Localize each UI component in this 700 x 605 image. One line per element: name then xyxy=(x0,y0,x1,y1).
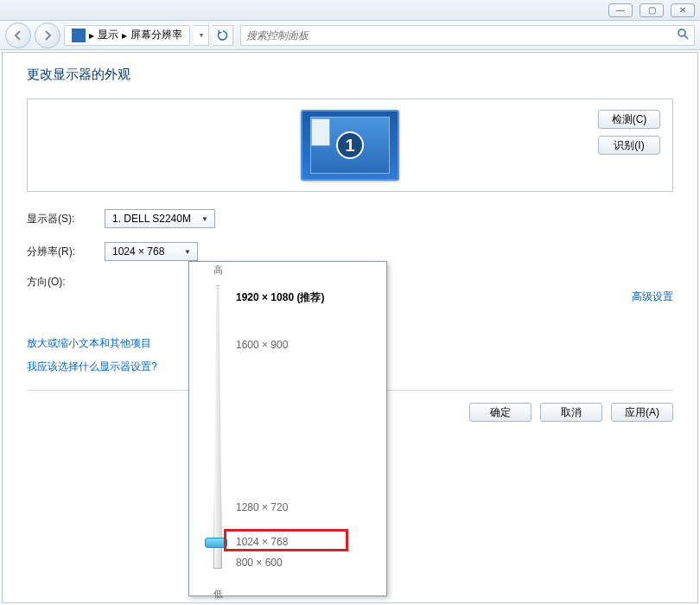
orientation-label: 方向(O): xyxy=(27,275,105,290)
breadcrumb-sep: ▸ xyxy=(89,29,94,41)
svg-line-1 xyxy=(684,35,688,39)
resolution-option[interactable]: 1600 × 900 xyxy=(236,339,288,351)
display-value: 1. DELL S2240M xyxy=(112,213,191,225)
search-input[interactable] xyxy=(246,29,677,41)
resolution-label: 分辨率(R): xyxy=(27,245,105,259)
monitor-thumbnail[interactable]: 1 xyxy=(301,110,399,181)
slider-high-label: 高 xyxy=(189,264,386,277)
window-titlebar: — ▢ ✕ xyxy=(0,0,700,21)
monitor-screen: 1 xyxy=(310,117,390,174)
chevron-down-icon: ▼ xyxy=(199,213,211,225)
slider-track-area: 1920 × 1080 (推荐)1600 × 9001280 × 7201024… xyxy=(189,280,386,584)
refresh-icon xyxy=(217,29,229,41)
resolution-dropdown[interactable]: 1024 × 768 ▼ xyxy=(105,242,198,261)
breadcrumb-sep: ▸ xyxy=(122,29,127,41)
svg-point-0 xyxy=(678,29,685,36)
display-label: 显示器(S): xyxy=(27,212,105,226)
resolution-slider-popup: 高 1920 × 1080 (推荐)1600 × 9001280 × 72010… xyxy=(188,261,387,596)
breadcrumb-item-resolution[interactable]: 屏幕分辨率 xyxy=(130,28,182,42)
monitor-number: 1 xyxy=(336,131,364,159)
resolution-option[interactable]: 1024 × 768 xyxy=(236,536,288,548)
resolution-option[interactable]: 800 × 600 xyxy=(236,557,283,569)
forward-button[interactable] xyxy=(35,22,60,48)
wallpaper-icon xyxy=(311,118,330,146)
slider-track[interactable] xyxy=(213,285,222,569)
help-link[interactable]: 我应该选择什么显示器设置? xyxy=(27,360,157,374)
maximize-button[interactable]: ▢ xyxy=(640,3,664,17)
control-panel-icon xyxy=(72,29,86,42)
breadcrumb-dropdown[interactable]: ▾ xyxy=(194,25,209,46)
advanced-settings-link[interactable]: 高级设置 xyxy=(632,290,673,304)
identify-button[interactable]: 识别(I) xyxy=(598,136,660,155)
breadcrumb-item-display[interactable]: 显示 xyxy=(98,28,118,42)
close-button[interactable]: ✕ xyxy=(671,3,695,17)
arrow-right-icon xyxy=(41,29,54,41)
ok-button[interactable]: 确定 xyxy=(469,403,531,422)
cancel-button[interactable]: 取消 xyxy=(540,403,602,422)
resolution-value: 1024 × 768 xyxy=(112,245,164,258)
slider-thumb[interactable] xyxy=(205,538,227,548)
chevron-down-icon: ▼ xyxy=(181,245,194,258)
refresh-button[interactable] xyxy=(213,25,233,46)
back-button[interactable] xyxy=(5,22,31,48)
arrow-left-icon xyxy=(12,29,24,41)
resolution-option[interactable]: 1280 × 720 xyxy=(236,501,288,513)
navigation-bar: ▸ 显示 ▸ 屏幕分辨率 ▾ xyxy=(0,21,700,50)
display-dropdown[interactable]: 1. DELL S2240M ▼ xyxy=(105,209,215,228)
page-title: 更改显示器的外观 xyxy=(27,67,673,83)
display-preview: 1 检测(C) 识别(I) xyxy=(27,99,673,192)
apply-button[interactable]: 应用(A) xyxy=(611,403,673,422)
slider-low-label: 低 xyxy=(189,588,386,601)
resolution-option[interactable]: 1920 × 1080 (推荐) xyxy=(236,290,324,305)
text-size-link[interactable]: 放大或缩小文本和其他项目 xyxy=(27,336,157,351)
minimize-button[interactable]: — xyxy=(608,3,633,17)
detect-button[interactable]: 检测(C) xyxy=(598,110,660,129)
breadcrumb[interactable]: ▸ 显示 ▸ 屏幕分辨率 xyxy=(64,25,190,46)
search-box[interactable] xyxy=(240,25,695,46)
search-icon[interactable] xyxy=(677,28,689,42)
